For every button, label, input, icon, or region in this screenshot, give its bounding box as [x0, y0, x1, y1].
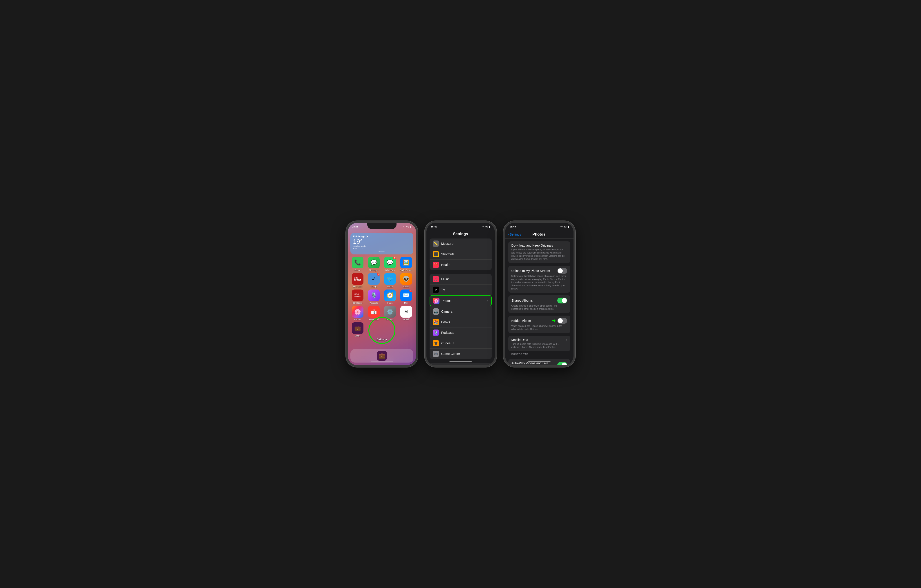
photo-stream-title: Upload to My Photo Stream: [511, 269, 550, 273]
mobile-data-desc: Turn off mobile data to restrict updates…: [511, 343, 567, 349]
weather-city: Edinburgh ➤: [353, 235, 411, 238]
status-bar-3: 15:49 ▪▪▪ 4G ▮: [505, 224, 573, 229]
signal-icon-1: ▪▪▪: [403, 226, 405, 228]
app-apollo[interactable]: 👽 Apollo: [399, 273, 413, 288]
mobile-data-item: Mobile Data › Turn off mobile data to re…: [508, 336, 570, 351]
app-twitter[interactable]: 🐦 Twitter: [383, 273, 397, 288]
photo-stream-toggle[interactable]: [557, 268, 567, 274]
app-bbc-sport[interactable]: BBCSPORT BBC Sport: [350, 273, 365, 288]
autoplay-title: Auto-Play Videos and Live Photos: [511, 361, 557, 365]
settings-row-tv[interactable]: tv TV ›: [430, 284, 491, 295]
battery-icon-3: ▮: [568, 226, 569, 228]
back-chevron-icon: ‹: [508, 232, 509, 236]
autoplay-toggle-knob: [562, 362, 567, 365]
signal-icon-2: ▪▪▪: [482, 226, 484, 228]
app-phone[interactable]: 📞 Phone: [350, 257, 365, 271]
settings-section-utilities: 📏 Measure › ⬛ Shortcuts › ❤️ Health ›: [430, 239, 491, 270]
shared-albums-toggle[interactable]: [557, 297, 567, 304]
weather-widget[interactable]: Edinburgh ➤ 19° Mostly Cloudy H:19° L:13…: [350, 233, 413, 255]
dock-slack[interactable]: 💼: [377, 351, 387, 361]
mobile-data-block: Mobile Data › Turn off mobile data to re…: [508, 336, 570, 351]
status-bar-2: 15:49 ▪▪▪ 4G ▮: [426, 224, 495, 229]
status-icons-2: ▪▪▪ 4G ▮: [482, 226, 490, 228]
app-podcasts[interactable]: 🎙️ Podcasts: [366, 289, 381, 304]
app-gmail[interactable]: M Gmail: [399, 306, 413, 320]
status-bar-1: 15:48 ▪▪▪ 4G ▮: [348, 224, 416, 229]
scroll-indicator-3: [528, 361, 551, 362]
app-row-5: 💼 Slack: [350, 322, 413, 337]
settings-section-media: 🎵 Music › tv TV › 🌸 Photos › 📷 Cam: [430, 274, 491, 359]
settings-row-podcasts[interactable]: 🎙️ Podcasts ›: [430, 328, 491, 338]
photos-settings-title: Photos: [521, 232, 557, 237]
network-type-2: 4G: [485, 226, 488, 228]
weather-label: Weather: [353, 250, 411, 252]
app-whatsapp[interactable]: 💬 3 WhatsApp: [383, 257, 397, 271]
home-grid: Edinburgh ➤ 19° Mostly Cloudy H:19° L:13…: [348, 231, 416, 341]
settings-row-itunes-u[interactable]: 🎓 iTunes U ›: [430, 338, 491, 349]
settings-row-books[interactable]: 📚 Books ›: [430, 317, 491, 328]
download-originals-desc: If your iPhone is low on space, full-res…: [511, 248, 567, 261]
download-originals-item: Download and Keep Originals If your iPho…: [508, 241, 570, 263]
weather-desc: Mostly Cloudy H:19° L:13°: [353, 245, 411, 250]
mobile-data-chevron-icon: ›: [566, 338, 567, 341]
download-originals-row: Download and Keep Originals: [511, 244, 567, 247]
photos-settings-screen: 15:49 ▪▪▪ 4G ▮ ‹ Settings Photos Downloa…: [505, 223, 573, 365]
mobile-data-row[interactable]: Mobile Data ›: [511, 338, 567, 342]
signal-icon-3: ▪▪▪: [560, 226, 563, 228]
back-button[interactable]: ‹ Settings: [508, 232, 521, 236]
photo-stream-row: Upload to My Photo Stream: [511, 268, 567, 274]
hidden-album-block: Hidden Album ➜ When enabled, the Hidden …: [508, 315, 570, 333]
app-slack[interactable]: 💼 Slack: [350, 322, 365, 337]
app-settings[interactable]: ⚙️ Settings: [383, 306, 397, 320]
app-apple-frames[interactable]: 🖼️ Apple Frames: [399, 257, 413, 271]
download-originals-title: Download and Keep Originals: [511, 244, 553, 247]
phone-homescreen: 15:48 ▪▪▪ 4G ▮ Edinburgh ➤ 19° Mostly Cl…: [346, 221, 418, 367]
photo-stream-toggle-knob: [558, 268, 563, 273]
app-fantastical[interactable]: 📅 Fantastical: [366, 306, 381, 320]
settings-row-measure[interactable]: 📏 Measure ›: [430, 239, 491, 249]
hidden-album-title: Hidden Album: [511, 319, 531, 323]
back-label: Settings: [509, 232, 521, 236]
app-safari[interactable]: 🧭 Safari: [383, 289, 397, 304]
autoplay-block: Auto-Play Videos and Live Photos: [508, 359, 570, 365]
photo-stream-desc: Upload your last 30 days of new photos a…: [511, 275, 567, 291]
settings-row-game-center[interactable]: 🎮 Game Center ›: [430, 349, 491, 359]
phone-photos-settings: 15:49 ▪▪▪ 4G ▮ ‹ Settings Photos Downloa…: [503, 221, 575, 367]
status-icons-3: ▪▪▪ 4G ▮: [560, 226, 569, 228]
scroll-indicator-2: [449, 361, 472, 362]
app-row-1: 📞 Phone 💬 Messages 💬 3 WhatsApp 🖼️ A: [350, 257, 413, 271]
battery-icon-2: ▮: [489, 226, 490, 228]
settings-row-1111[interactable]: 1 1.1.1.1 ›: [430, 363, 491, 365]
app-messages[interactable]: 💬 Messages: [366, 257, 381, 271]
hidden-album-toggle[interactable]: [557, 318, 567, 324]
mobile-data-title: Mobile Data: [511, 338, 528, 342]
settings-row-camera[interactable]: 📷 Camera ›: [430, 306, 491, 317]
settings-row-health[interactable]: ❤️ Health ›: [430, 260, 491, 270]
settings-circle-label: Settings: [376, 338, 387, 341]
shared-albums-title: Shared Albums: [511, 299, 533, 302]
weather-temp: 19°: [353, 238, 411, 245]
photo-stream-item: Upload to My Photo Stream Upload your la…: [508, 266, 570, 292]
autoplay-toggle[interactable]: [557, 362, 567, 365]
hidden-album-row: Hidden Album ➜: [511, 318, 567, 324]
status-icons-1: ▪▪▪ 4G ▮: [403, 226, 412, 228]
app-things[interactable]: ✓ 2 Things: [366, 273, 381, 288]
app-photos[interactable]: 🌸 Photos: [350, 306, 365, 320]
settings-row-photos[interactable]: 🌸 Photos ›: [430, 295, 491, 306]
hidden-album-item: Hidden Album ➜ When enabled, the Hidden …: [508, 315, 570, 333]
battery-icon-1: ▮: [410, 226, 412, 228]
app-row-2: BBCSPORT BBC Sport ✓ 2 Things 🐦 Twitter: [350, 273, 413, 288]
app-mail[interactable]: ✉️ 1 Mail: [399, 289, 413, 304]
network-type-3: 4G: [564, 226, 566, 228]
homescreen-background: 15:48 ▪▪▪ 4G ▮ Edinburgh ➤ 19° Mostly Cl…: [348, 223, 416, 365]
settings-row-shortcuts[interactable]: ⬛ Shortcuts ›: [430, 249, 491, 260]
settings-row-music[interactable]: 🎵 Music ›: [430, 274, 491, 284]
settings-section-thirdparty: 1 1.1.1.1 › 💪 7M Workout › ⭕ ActivityTra…: [430, 363, 491, 365]
settings-screen: 15:49 ▪▪▪ 4G ▮ Settings 📏 Measure › ⬛ Sh…: [426, 223, 495, 365]
autoplay-item: Auto-Play Videos and Live Photos: [508, 359, 570, 365]
network-type-1: 4G: [406, 226, 409, 228]
dock: 💼: [350, 349, 413, 362]
app-bbc-news[interactable]: BBCNEWS BBC News: [350, 289, 365, 304]
shared-albums-item: Shared Albums Create albums to share wit…: [508, 296, 570, 313]
settings-rows-container: 📏 Measure › ⬛ Shortcuts › ❤️ Health ›: [426, 239, 495, 365]
